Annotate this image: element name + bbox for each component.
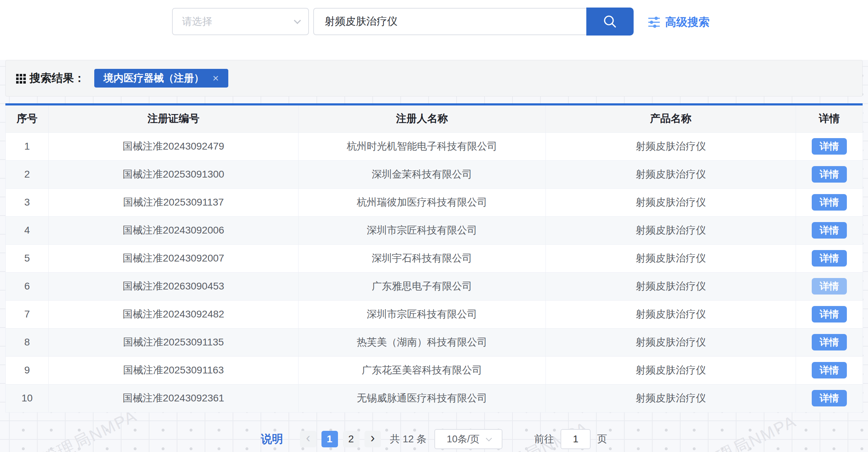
- serial-cell: 5: [6, 244, 49, 272]
- company-cell: 深圳金茉科技有限公司: [299, 160, 546, 188]
- detail-cell: 详情: [796, 132, 863, 160]
- page-button-2[interactable]: 2: [343, 431, 359, 447]
- chevron-down-icon: [294, 17, 301, 24]
- product-cell: 射频皮肤治疗仪: [546, 272, 796, 300]
- search-category-select[interactable]: 请选择: [172, 8, 309, 35]
- product-cell: 射频皮肤治疗仪: [546, 300, 796, 328]
- company-cell: 广东雅思电子有限公司: [299, 272, 546, 300]
- goto-suffix: 页: [597, 432, 607, 446]
- page-size-label: 10条/页: [447, 433, 480, 446]
- detail-cell: 详情: [796, 300, 863, 328]
- reg-no-cell: 国械注准20263090453: [49, 272, 299, 300]
- detail-button[interactable]: 详情: [812, 362, 847, 378]
- table-row: 8国械注准20253091135热芙美（湖南）科技有限公司射频皮肤治疗仪详情: [6, 328, 863, 356]
- serial-cell: 9: [6, 356, 49, 384]
- table-row: 2国械注准20253091300深圳金茉科技有限公司射频皮肤治疗仪详情: [6, 160, 863, 188]
- company-cell: 无锡威脉通医疗科技有限公司: [299, 384, 546, 412]
- serial-cell: 1: [6, 132, 49, 160]
- detail-button[interactable]: 详情: [812, 138, 847, 155]
- detail-button[interactable]: 详情: [812, 306, 847, 322]
- detail-button[interactable]: 详情: [812, 334, 847, 350]
- serial-cell: 2: [6, 160, 49, 188]
- header-serial: 序号: [6, 105, 49, 132]
- detail-button[interactable]: 详情: [812, 390, 847, 406]
- header-company: 注册人名称: [299, 105, 546, 132]
- company-cell: 杭州时光机智能电子科技有限公司: [299, 132, 546, 160]
- table-row: 10国械注准20243092361无锡威脉通医疗科技有限公司射频皮肤治疗仪详情: [6, 384, 863, 412]
- prev-page-button[interactable]: ‹: [300, 431, 316, 447]
- search-icon: [602, 14, 618, 29]
- detail-cell: 详情: [796, 328, 863, 356]
- company-cell: 杭州瑞彼加医疗科技有限公司: [299, 188, 546, 216]
- product-cell: 射频皮肤治疗仪: [546, 244, 796, 272]
- reg-no-cell: 国械注准20243092479: [49, 132, 299, 160]
- table-row: 6国械注准20263090453广东雅思电子有限公司射频皮肤治疗仪详情: [6, 272, 863, 300]
- product-cell: 射频皮肤治疗仪: [546, 132, 796, 160]
- serial-cell: 7: [6, 300, 49, 328]
- sliders-icon: [647, 15, 661, 29]
- grid-icon: [16, 73, 27, 84]
- page-size-select[interactable]: 10条/页: [434, 429, 502, 449]
- detail-button[interactable]: 详情: [812, 222, 847, 239]
- product-cell: 射频皮肤治疗仪: [546, 188, 796, 216]
- header-reg-no: 注册证编号: [49, 105, 299, 132]
- search-input[interactable]: [313, 8, 586, 35]
- company-cell: 热芙美（湖南）科技有限公司: [299, 328, 546, 356]
- reg-no-cell: 国械注准20253091137: [49, 188, 299, 216]
- product-cell: 射频皮肤治疗仪: [546, 328, 796, 356]
- product-cell: 射频皮肤治疗仪: [546, 384, 796, 412]
- table-row: 9国械注准20253091163广东花至美容科技有限公司射频皮肤治疗仪详情: [6, 356, 863, 384]
- reg-no-cell: 国械注准20253091300: [49, 160, 299, 188]
- header-product: 产品名称: [546, 105, 796, 132]
- results-table: 序号 注册证编号 注册人名称 产品名称 详情 1国械注准20243092479杭…: [5, 103, 863, 413]
- table-header-row: 序号 注册证编号 注册人名称 产品名称 详情: [6, 105, 863, 132]
- filter-tag-label: 境内医疗器械（注册）: [104, 71, 204, 85]
- goto-page-group: 前往 页: [534, 429, 607, 449]
- table-row: 1国械注准20243092479杭州时光机智能电子科技有限公司射频皮肤治疗仪详情: [6, 132, 863, 160]
- company-cell: 广东花至美容科技有限公司: [299, 356, 546, 384]
- close-icon[interactable]: ×: [213, 73, 219, 84]
- product-cell: 射频皮肤治疗仪: [546, 160, 796, 188]
- serial-cell: 3: [6, 188, 49, 216]
- detail-cell: 详情: [796, 188, 863, 216]
- detail-button[interactable]: 详情: [812, 250, 847, 267]
- company-cell: 深圳市宗匠科技有限公司: [299, 300, 546, 328]
- note-link[interactable]: 说明: [261, 432, 283, 447]
- next-page-button[interactable]: ›: [364, 431, 381, 447]
- serial-cell: 4: [6, 216, 49, 244]
- product-cell: 射频皮肤治疗仪: [546, 356, 796, 384]
- reg-no-cell: 国械注准20253091135: [49, 328, 299, 356]
- table-row: 7国械注准20243092482深圳市宗匠科技有限公司射频皮肤治疗仪详情: [6, 300, 863, 328]
- detail-button[interactable]: 详情: [812, 194, 847, 211]
- table-row: 3国械注准20253091137杭州瑞彼加医疗科技有限公司射频皮肤治疗仪详情: [6, 188, 863, 216]
- detail-button[interactable]: 详情: [812, 278, 847, 295]
- goto-label: 前往: [534, 432, 554, 446]
- reg-no-cell: 国械注准20243092482: [49, 300, 299, 328]
- chevron-down-icon: [486, 435, 492, 441]
- detail-cell: 详情: [796, 272, 863, 300]
- serial-cell: 6: [6, 272, 49, 300]
- search-bar: 请选择 高级搜索: [0, 0, 868, 60]
- results-bar: 搜索结果： 境内医疗器械（注册） ×: [5, 60, 863, 96]
- table-row: 5国械注准20243092007深圳宇石科技有限公司射频皮肤治疗仪详情: [6, 244, 863, 272]
- advanced-search-link[interactable]: 高级搜索: [647, 14, 710, 30]
- header-detail: 详情: [796, 105, 863, 132]
- detail-cell: 详情: [796, 216, 863, 244]
- filter-tag-domestic-registered[interactable]: 境内医疗器械（注册） ×: [94, 69, 228, 88]
- page-button-1[interactable]: 1: [321, 431, 338, 447]
- search-button[interactable]: [586, 8, 634, 36]
- reg-no-cell: 国械注准20243092006: [49, 216, 299, 244]
- detail-button[interactable]: 详情: [812, 166, 847, 183]
- reg-no-cell: 国械注准20253091163: [49, 356, 299, 384]
- reg-no-cell: 国械注准20243092361: [49, 384, 299, 412]
- serial-cell: 8: [6, 328, 49, 356]
- detail-cell: 详情: [796, 160, 863, 188]
- table-row: 4国械注准20243092006深圳市宗匠科技有限公司射频皮肤治疗仪详情: [6, 216, 863, 244]
- detail-cell: 详情: [796, 356, 863, 384]
- detail-cell: 详情: [796, 244, 863, 272]
- goto-page-input[interactable]: [561, 429, 591, 449]
- advanced-search-label: 高级搜索: [665, 15, 710, 30]
- select-placeholder: 请选择: [182, 15, 294, 28]
- serial-cell: 10: [6, 384, 49, 412]
- results-bar-label: 搜索结果：: [29, 71, 85, 86]
